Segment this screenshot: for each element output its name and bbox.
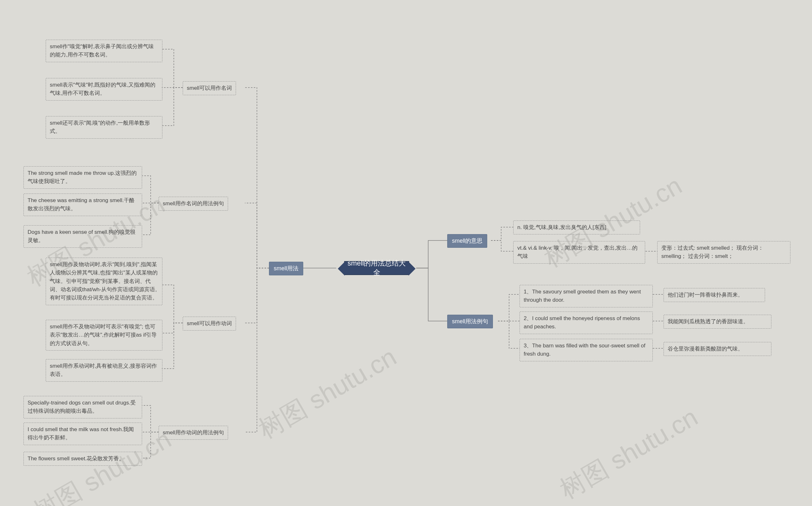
leaf-verb-2[interactable]: smell用作不及物动词时可表示"有嗅觉"; 也可表示"散发出…的气味",作此解…	[46, 320, 162, 350]
branch-meaning[interactable]: smell的意思	[447, 234, 487, 248]
branch-examples[interactable]: smell用法例句	[447, 315, 493, 328]
leaf-example-2-zh[interactable]: 我能闻到瓜桃熟透了的香甜味道。	[663, 315, 772, 329]
leaf-verb-ex-3[interactable]: The flowers smell sweet.花朵散发芳香。	[23, 452, 142, 466]
leaf-example-3-zh[interactable]: 谷仓里弥漫着新粪酸甜的气味。	[663, 342, 772, 356]
leaf-example-1-zh[interactable]: 他们进门时一阵香味扑鼻而来。	[663, 288, 765, 302]
leaf-noun-1[interactable]: smell作"嗅觉"解时,表示鼻子闻出或分辨气味的能力,用作不可数名词。	[46, 39, 162, 62]
watermark: 树图 shutu.cn	[554, 400, 704, 506]
branch-noun-examples[interactable]: smell用作名词的用法例句	[159, 197, 228, 210]
mindmap-canvas: 树图 shutu.cn 树图 shutu.cn 树图 shutu.cn 树图 s…	[0, 0, 812, 506]
watermark: 树图 shutu.cn	[253, 340, 403, 447]
branch-as-noun[interactable]: smell可以用作名词	[183, 81, 236, 95]
leaf-verb-1[interactable]: smell用作及物动词时,表示"闻到,嗅到",指闻某人或物以分辨其气味,也指"闻…	[46, 258, 162, 305]
branch-verb-examples[interactable]: smell用作动词的用法例句	[159, 426, 228, 440]
leaf-meaning-forms[interactable]: 变形：过去式: smelt smelled； 现在分词：smelling； 过去…	[657, 241, 791, 264]
leaf-noun-ex-2[interactable]: The cheese was emitting a strong smell.干…	[23, 193, 142, 216]
leaf-example-3-en[interactable]: 3、The barn was filled with the sour-swee…	[520, 339, 653, 361]
leaf-noun-2[interactable]: smell表示"气味"时,既指好的气味,又指难闻的气味,用作不可数名词。	[46, 78, 162, 101]
leaf-meaning-v[interactable]: vt.& vi.& link-v. 嗅，闻,闻出，发觉，查出,发出…的气味	[513, 241, 645, 264]
branch-usage[interactable]: smell用法	[269, 262, 303, 275]
leaf-meaning-n[interactable]: n. 嗅觉,气味,臭味,发出臭气的人[东西]	[513, 221, 640, 235]
leaf-verb-3[interactable]: smell用作系动词时,具有被动意义,接形容词作表语。	[46, 359, 162, 382]
leaf-example-2-en[interactable]: 2、I could smell the honeyed ripeness of …	[520, 312, 653, 334]
leaf-example-1-en[interactable]: 1、The savoury smell greeted them as they…	[520, 285, 653, 308]
root-node[interactable]: smell的用法总结大全	[344, 261, 409, 275]
leaf-noun-ex-3[interactable]: Dogs have a keen sense of smell.狗的嗅觉很灵敏。	[23, 225, 142, 248]
branch-as-verb[interactable]: smell可以用作动词	[183, 317, 236, 331]
leaf-noun-3[interactable]: smell还可表示"闻,嗅"的动作,一般用单数形式。	[46, 116, 162, 139]
leaf-verb-ex-1[interactable]: Specially-trained dogs can smell out dru…	[23, 396, 142, 418]
leaf-verb-ex-2[interactable]: I could smell that the milk was not fres…	[23, 423, 142, 445]
leaf-noun-ex-1[interactable]: The strong smell made me throw up.这强烈的气味…	[23, 166, 142, 189]
